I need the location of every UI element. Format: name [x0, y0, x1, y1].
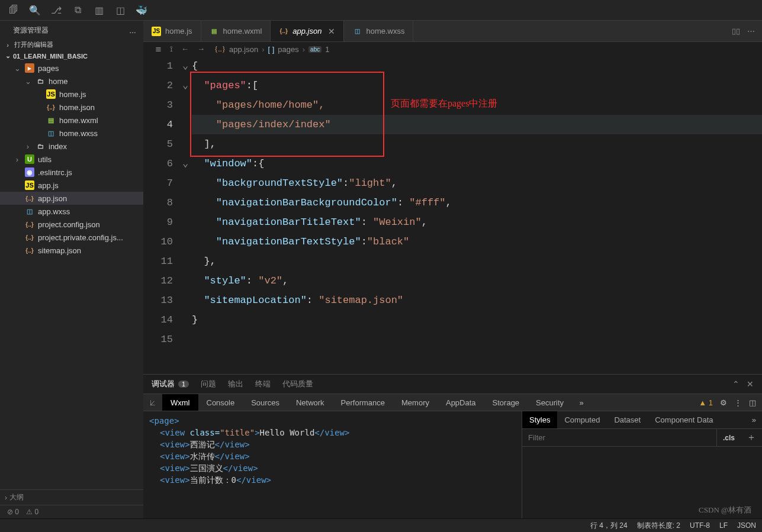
new-rule-icon[interactable]: ＋ [741, 431, 762, 444]
devtools-tab-network[interactable]: Network [288, 394, 333, 411]
styles-tab-dataset[interactable]: Dataset [607, 411, 648, 428]
styles-tab-styles[interactable]: Styles [522, 411, 557, 428]
breadcrumb-seg1[interactable]: pages [278, 45, 298, 54]
close-icon[interactable]: ✕ [747, 379, 754, 389]
chevron-up-icon[interactable]: ⌃ [732, 379, 740, 389]
devtools-tab-performance[interactable]: Performance [333, 394, 393, 411]
eol[interactable]: LF [719, 521, 728, 530]
dock-icon[interactable]: ◫ [749, 398, 756, 407]
tab-label: home.wxss [366, 27, 404, 36]
tree-item-home-js[interactable]: JShome.js [0, 88, 143, 101]
chevron-right-icon: › [5, 494, 7, 502]
panel-tab-debugger[interactable]: 调试器 1 [152, 379, 189, 389]
devtools-tab-security[interactable]: Security [528, 394, 572, 411]
debugger-badge: 1 [178, 381, 189, 388]
more-icon[interactable]: ⋯ [747, 27, 755, 36]
files-icon[interactable]: 🗐 [8, 5, 19, 15]
editor-tab-home-js[interactable]: JShome.js [143, 21, 201, 41]
styles-tab-computed[interactable]: Computed [557, 411, 607, 428]
devtools-tab-memory[interactable]: Memory [393, 394, 438, 411]
list-icon[interactable]: ≣ [155, 44, 162, 54]
devtools-tab-appdata[interactable]: AppData [438, 394, 484, 411]
tree-item-project-private-config-js---[interactable]: project.private.config.js... [0, 231, 143, 244]
tree-item-utils[interactable]: ›Uutils [0, 153, 143, 166]
cls-toggle[interactable]: .cls [716, 429, 741, 446]
tab-size[interactable]: 制表符长度: 2 [637, 521, 680, 531]
tab-label: home.wxml [223, 27, 262, 36]
panel-tabs: 调试器 1 问题 输出 终端 代码质量 ⌃ ✕ [143, 375, 762, 394]
tree-item-home[interactable]: ⌄🗀home [0, 75, 143, 88]
open-editors-section[interactable]: › 打开的编辑器 [0, 39, 143, 50]
tree-item-sitemap-json[interactable]: sitemap.json [0, 244, 143, 257]
styles-filter-input[interactable] [522, 433, 716, 442]
editor-tab-app-json[interactable]: {..}app.json✕ [271, 21, 344, 41]
cursor-position[interactable]: 行 4，列 24 [590, 521, 628, 531]
file-label: project.private.config.js... [38, 233, 123, 242]
bookmark-icon[interactable]: ⟟ [170, 44, 173, 54]
tree-item-project-config-json[interactable]: project.config.json [0, 218, 143, 231]
gear-icon[interactable]: ⚙ [720, 398, 727, 407]
panel-tab-quality[interactable]: 代码质量 [282, 379, 313, 389]
layout-icon[interactable]: ▥ [94, 5, 104, 15]
close-tab-icon[interactable]: ✕ [328, 27, 335, 36]
warnings-indicator[interactable]: ▲ 1 [699, 398, 713, 407]
project-section[interactable]: ⌄ 01_LEARN_MINI_BASIC [0, 50, 143, 62]
outline-section[interactable]: › 大纲 [0, 489, 143, 505]
tree-item-app-json[interactable]: app.json [0, 192, 143, 205]
more-styles-icon[interactable]: » [746, 415, 762, 424]
search-icon[interactable]: 🔍 [30, 5, 40, 15]
tree-item-home-json[interactable]: home.json [0, 101, 143, 114]
split-editor-icon[interactable]: ▯▯ [732, 27, 740, 36]
file-label: home.wxss [59, 129, 98, 138]
file-label: pages [38, 64, 59, 73]
problems-summary[interactable]: ⊘ 0 ⚠ 0 [0, 505, 143, 518]
file-label: utils [38, 155, 52, 164]
file-label: home.wxml [59, 116, 98, 125]
tree-item-app-wxss[interactable]: ◫app.wxss [0, 205, 143, 218]
breadcrumb-file[interactable]: app.json [229, 45, 258, 54]
array-icon: [ ] [268, 45, 274, 54]
tree-item-app-js[interactable]: JSapp.js [0, 179, 143, 192]
devtools-tab-storage[interactable]: Storage [484, 394, 528, 411]
tree-item-pages[interactable]: ⌄▸pages [0, 62, 143, 75]
tree-item-home-wxml[interactable]: ▤home.wxml [0, 114, 143, 127]
inspect-icon[interactable]: ⟀ [143, 398, 162, 407]
encoding[interactable]: UTF-8 [690, 521, 710, 530]
language-mode[interactable]: JSON [737, 521, 756, 530]
code-lines: 页面都需要在pages中注册 { "pages":[ "pages/home/h… [192, 56, 762, 374]
panel-tab-terminal[interactable]: 终端 [255, 379, 271, 389]
editor-tab-home-wxss[interactable]: ◫home.wxss [344, 21, 413, 41]
back-icon[interactable]: ← [181, 44, 189, 54]
styles-tab-componentdata[interactable]: Component Data [648, 411, 720, 428]
chevron-right-icon: › [4, 41, 12, 49]
more-tabs-icon[interactable]: » [572, 398, 591, 407]
wxml-pane[interactable]: <page> <view class="title">Hello World</… [143, 411, 522, 518]
error-count: ⊘ 0 [7, 508, 19, 516]
status-bar: 行 4，列 24 制表符长度: 2 UTF-8 LF JSON [0, 518, 762, 532]
tree-item-index[interactable]: ›🗀index [0, 140, 143, 153]
toggle-icon[interactable]: ◫ [115, 5, 126, 15]
devtools-tab-wxml[interactable]: Wxml [162, 394, 198, 411]
panel-tab-problems[interactable]: 问题 [201, 379, 216, 389]
kebab-icon[interactable]: ⋮ [734, 398, 742, 407]
merge-icon[interactable]: ⧉ [72, 5, 83, 15]
panel-tab-output[interactable]: 输出 [228, 379, 243, 389]
devtools-tab-console[interactable]: Console [198, 394, 243, 411]
tree-item--eslintrc-js[interactable]: ◉.eslintrc.js [0, 166, 143, 179]
docker-icon[interactable]: 🐳 [136, 5, 147, 15]
code-editor[interactable]: 123456789101112131415 ⌄⌄⌄ 页面都需要在pages中注册… [143, 56, 762, 374]
chevron-icon: › [13, 155, 21, 164]
tab-label: app.json [292, 27, 321, 36]
forward-icon[interactable]: → [197, 44, 205, 54]
tree-item-home-wxss[interactable]: ◫home.wxss [0, 127, 143, 140]
more-icon[interactable]: … [129, 27, 137, 35]
source-control-icon[interactable]: ⎇ [51, 5, 62, 15]
breadcrumb-sep: › [262, 45, 264, 54]
breadcrumb-seg2[interactable]: 1 [325, 45, 329, 54]
activity-icons: 🗐 🔍 ⎇ ⧉ ▥ ◫ 🐳 [0, 5, 155, 15]
explorer-title: 资源管理器 [13, 25, 49, 36]
editor-tab-home-wxml[interactable]: ▤home.wxml [201, 21, 271, 41]
file-label: index [49, 142, 67, 151]
devtools-tab-sources[interactable]: Sources [243, 394, 288, 411]
editor-tabs: JShome.js▤home.wxml{..}app.json✕◫home.wx… [143, 21, 762, 42]
